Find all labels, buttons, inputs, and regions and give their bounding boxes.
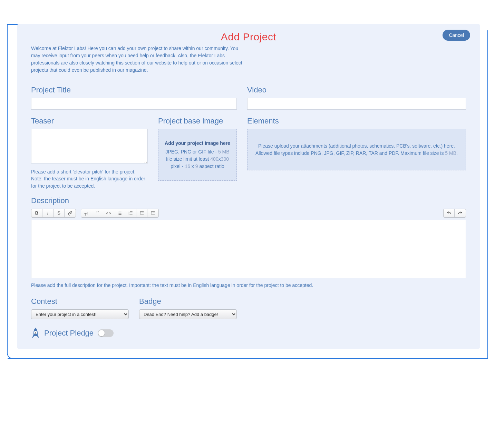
svg-rect-13 bbox=[141, 213, 143, 213]
svg-rect-14 bbox=[140, 214, 144, 214]
italic-icon: I bbox=[47, 210, 48, 216]
intro-text: Welcome at Elektor Labs! Here you can ad… bbox=[31, 45, 245, 74]
svg-rect-3 bbox=[119, 213, 121, 213]
bold-button[interactable]: B bbox=[31, 209, 42, 217]
svg-rect-9 bbox=[130, 213, 132, 213]
cancel-button[interactable]: Cancel bbox=[443, 30, 470, 41]
outdent-icon bbox=[139, 211, 144, 216]
svg-rect-12 bbox=[140, 211, 144, 212]
pledge-label: Project Pledge bbox=[44, 329, 94, 338]
description-hint: Please add the full description for the … bbox=[31, 282, 466, 289]
contest-label: Contest bbox=[31, 297, 129, 306]
strikethrough-icon: S bbox=[57, 210, 60, 216]
video-label: Video bbox=[247, 86, 466, 94]
rocket-icon: S bbox=[31, 327, 40, 339]
redo-icon bbox=[458, 211, 463, 216]
svg-point-4 bbox=[118, 214, 118, 215]
quote-icon: ” bbox=[96, 210, 99, 216]
code-button[interactable]: < > bbox=[103, 209, 114, 217]
undo-icon bbox=[447, 211, 452, 216]
redo-button[interactable] bbox=[455, 209, 466, 217]
description-editor: B I S ┬T ” < > 123 bbox=[31, 209, 466, 278]
svg-rect-15 bbox=[151, 211, 155, 212]
badge-label: Badge bbox=[139, 297, 237, 306]
italic-button[interactable]: I bbox=[42, 209, 54, 217]
page-title: Add Project bbox=[31, 31, 466, 43]
svg-point-2 bbox=[118, 213, 118, 213]
svg-rect-11 bbox=[130, 214, 132, 214]
heading-button[interactable]: ┬T bbox=[81, 209, 92, 217]
badge-select[interactable]: Dead End? Need help? Add a badge! bbox=[139, 309, 237, 319]
bold-icon: B bbox=[35, 210, 38, 216]
add-project-panel: Add Project Cancel Welcome at Elektor La… bbox=[17, 24, 480, 349]
outdent-button[interactable] bbox=[136, 209, 147, 217]
indent-icon bbox=[151, 211, 155, 216]
quote-button[interactable]: ” bbox=[92, 209, 103, 217]
editor-toolbar: B I S ┬T ” < > 123 bbox=[31, 209, 466, 218]
base-image-label: Project base image bbox=[158, 117, 237, 126]
svg-text:S: S bbox=[35, 331, 37, 334]
svg-rect-7 bbox=[130, 211, 132, 212]
project-title-label: Project Title bbox=[31, 86, 237, 94]
teaser-hint: Please add a short 'elevator pitch' for … bbox=[31, 168, 148, 189]
dropzone-title: Add your project image here bbox=[163, 140, 232, 147]
link-button[interactable] bbox=[65, 209, 76, 217]
ul-button[interactable] bbox=[114, 209, 125, 217]
ol-button[interactable]: 123 bbox=[125, 209, 136, 217]
svg-point-0 bbox=[118, 212, 118, 212]
teaser-label: Teaser bbox=[31, 117, 148, 126]
video-input[interactable] bbox=[247, 98, 466, 110]
undo-button[interactable] bbox=[444, 209, 455, 217]
elements-dropzone[interactable]: Please upload your attachments (addition… bbox=[247, 129, 466, 170]
pledge-toggle[interactable] bbox=[98, 329, 114, 337]
code-icon: < > bbox=[106, 211, 111, 215]
teaser-textarea[interactable] bbox=[31, 129, 148, 163]
indent-button[interactable] bbox=[147, 209, 158, 217]
strike-button[interactable]: S bbox=[54, 209, 65, 217]
description-label: Description bbox=[31, 196, 466, 205]
link-icon bbox=[68, 211, 72, 216]
project-title-input[interactable] bbox=[31, 98, 237, 110]
svg-rect-1 bbox=[119, 212, 121, 212]
description-textarea[interactable] bbox=[31, 220, 466, 278]
svg-text:3: 3 bbox=[128, 213, 129, 215]
ul-icon bbox=[117, 211, 122, 216]
svg-rect-16 bbox=[153, 213, 155, 213]
contest-select[interactable]: Enter your project in a contest! bbox=[31, 309, 129, 319]
svg-rect-17 bbox=[151, 214, 155, 214]
svg-rect-5 bbox=[119, 214, 121, 215]
base-image-dropzone[interactable]: Add your project image here JPEG, PNG or… bbox=[158, 129, 237, 181]
heading-icon: ┬T bbox=[84, 211, 89, 215]
ol-icon: 123 bbox=[128, 211, 133, 216]
elements-label: Elements bbox=[247, 117, 466, 126]
